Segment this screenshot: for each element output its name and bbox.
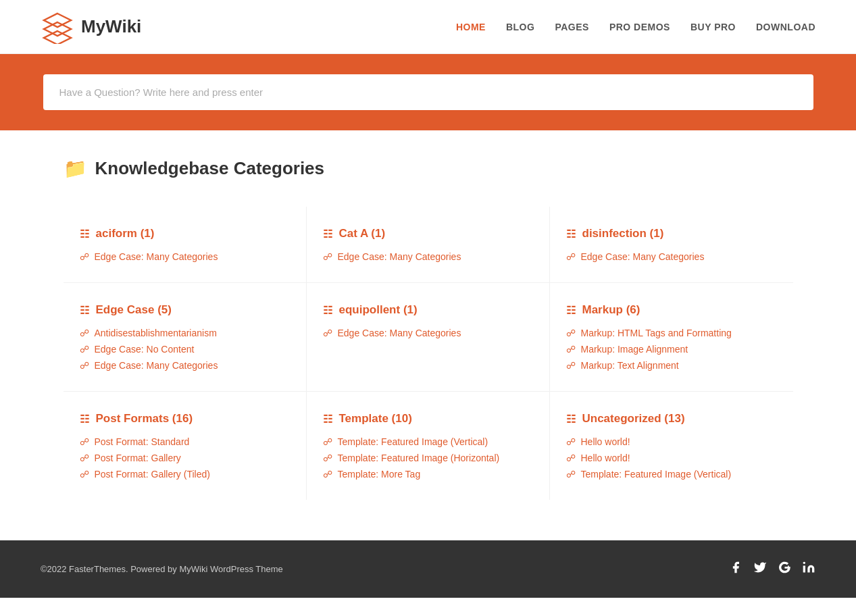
list-item: ☍ Edge Case: Many Categories <box>566 251 777 262</box>
cat-link[interactable]: Edge Case: Many Categories <box>581 251 705 262</box>
nav-buy-pro[interactable]: BUY PRO <box>690 22 736 32</box>
list-icon: ☷ <box>80 304 89 317</box>
list-item: ☍ Template: More Tag <box>323 469 533 480</box>
doc-icon: ☍ <box>80 453 89 463</box>
list-item: ☍ Post Format: Standard <box>80 436 290 447</box>
search-section: Have a Question? Write here and press en… <box>0 54 856 130</box>
cat-links: ☍ Edge Case: Many Categories <box>323 328 533 338</box>
cat-link[interactable]: Template: Featured Image (Vertical) <box>581 469 732 480</box>
nav-pro-demos[interactable]: PRO DEMOS <box>609 22 670 32</box>
cat-link[interactable]: Edge Case: No Content <box>95 344 195 355</box>
cat-link[interactable]: Hello world! <box>581 436 630 447</box>
categories-row-1: ☷ aciform (1) ☍ Edge Case: Many Categori… <box>64 207 793 283</box>
cat-link[interactable]: Markup: Text Alignment <box>581 360 679 371</box>
doc-icon: ☍ <box>80 251 89 262</box>
cat-title: disinfection (1) <box>582 227 664 240</box>
cat-link[interactable]: Edge Case: Many Categories <box>338 328 461 338</box>
twitter-icon[interactable] <box>753 561 767 578</box>
cat-title: Template (10) <box>339 412 412 426</box>
cat-link[interactable]: Edge Case: Many Categories <box>338 251 461 262</box>
doc-icon: ☍ <box>80 328 89 338</box>
cat-link[interactable]: Template: Featured Image (Horizontal) <box>338 453 500 463</box>
footer: ©2022 FasterThemes. Powered by MyWiki Wo… <box>0 540 856 598</box>
list-item: ☍ Edge Case: Many Categories <box>323 251 533 262</box>
main-nav: HOME BLOG PAGES PRO DEMOS BUY PRO DOWNLO… <box>456 22 815 32</box>
list-item: ☍ Post Format: Gallery <box>80 453 290 463</box>
google-plus-icon[interactable] <box>778 561 791 578</box>
cat-links: ☍ Template: Featured Image (Vertical) ☍ … <box>323 436 533 480</box>
logo-link[interactable]: MyWiki <box>41 10 141 44</box>
cat-link[interactable]: Hello world! <box>581 453 630 463</box>
category-aciform: ☷ aciform (1) ☍ Edge Case: Many Categori… <box>64 207 307 282</box>
header: MyWiki HOME BLOG PAGES PRO DEMOS BUY PRO… <box>0 0 856 54</box>
doc-icon: ☍ <box>80 436 89 447</box>
cat-title: aciform (1) <box>96 227 155 240</box>
linkedin-icon[interactable] <box>802 561 815 578</box>
footer-social <box>729 561 815 578</box>
list-item: ☍ Edge Case: Many Categories <box>323 328 533 338</box>
categories-row-2: ☷ Edge Case (5) ☍ Antidisestablishmentar… <box>64 283 793 392</box>
list-item: ☍ Markup: HTML Tags and Formatting <box>566 328 777 338</box>
cat-links: ☍ Edge Case: Many Categories <box>80 251 290 262</box>
category-equipollent: ☷ equipollent (1) ☍ Edge Case: Many Cate… <box>307 283 550 391</box>
section-title: 📁 Knowledgebase Categories <box>64 157 793 180</box>
doc-icon: ☍ <box>566 328 576 338</box>
category-post-formats: ☷ Post Formats (16) ☍ Post Format: Stand… <box>64 392 307 500</box>
list-item: ☍ Antidisestablishmentarianism <box>80 328 290 338</box>
nav-download[interactable]: DOWNLOAD <box>756 22 815 32</box>
list-item: ☍ Edge Case: Many Categories <box>80 360 290 371</box>
category-cat-a: ☷ Cat A (1) ☍ Edge Case: Many Categories <box>307 207 550 282</box>
doc-icon: ☍ <box>323 453 332 463</box>
cat-link[interactable]: Markup: HTML Tags and Formatting <box>581 328 732 338</box>
list-icon: ☷ <box>323 413 332 426</box>
folder-icon: 📁 <box>64 157 87 180</box>
cat-link[interactable]: Template: Featured Image (Vertical) <box>338 436 488 447</box>
list-item: ☍ Template: Featured Image (Vertical) <box>323 436 533 447</box>
list-icon: ☷ <box>80 228 89 240</box>
list-icon: ☷ <box>323 304 332 317</box>
cat-title: Edge Case (5) <box>96 303 172 317</box>
categories-row-3: ☷ Post Formats (16) ☍ Post Format: Stand… <box>64 392 793 500</box>
cat-title: Uncategorized (13) <box>582 412 685 426</box>
cat-link[interactable]: Edge Case: Many Categories <box>95 360 218 371</box>
list-item: ☍ Edge Case: Many Categories <box>80 251 290 262</box>
list-item: ☍ Markup: Image Alignment <box>566 344 777 355</box>
doc-icon: ☍ <box>566 360 576 371</box>
nav-pages[interactable]: PAGES <box>555 22 588 32</box>
list-icon: ☷ <box>323 228 332 240</box>
cat-link[interactable]: Antidisestablishmentarianism <box>95 328 217 338</box>
logo-icon <box>41 10 74 44</box>
doc-icon: ☍ <box>566 344 576 355</box>
doc-icon: ☍ <box>80 360 89 371</box>
footer-text: ©2022 FasterThemes. Powered by MyWiki Wo… <box>41 564 283 574</box>
list-icon: ☷ <box>566 228 576 240</box>
cat-link[interactable]: Post Format: Gallery (Tiled) <box>95 469 210 480</box>
cat-links: ☍ Edge Case: Many Categories <box>566 251 777 262</box>
nav-blog[interactable]: BLOG <box>506 22 534 32</box>
list-icon: ☷ <box>80 413 89 426</box>
doc-icon: ☍ <box>566 469 576 480</box>
cat-title: equipollent (1) <box>339 303 418 317</box>
cat-link[interactable]: Post Format: Gallery <box>95 453 181 463</box>
category-template: ☷ Template (10) ☍ Template: Featured Ima… <box>307 392 550 500</box>
main-content: 📁 Knowledgebase Categories ☷ aciform (1)… <box>23 130 834 540</box>
search-placeholder: Have a Question? Write here and press en… <box>59 86 263 98</box>
doc-icon: ☍ <box>80 469 89 480</box>
cat-link[interactable]: Markup: Image Alignment <box>581 344 688 355</box>
category-markup: ☷ Markup (6) ☍ Markup: HTML Tags and For… <box>550 283 793 391</box>
search-box[interactable]: Have a Question? Write here and press en… <box>43 74 813 110</box>
doc-icon: ☍ <box>566 453 576 463</box>
list-item: ☍ Hello world! <box>566 436 777 447</box>
cat-link[interactable]: Template: More Tag <box>338 469 421 480</box>
cat-link[interactable]: Edge Case: Many Categories <box>95 251 218 262</box>
category-uncategorized: ☷ Uncategorized (13) ☍ Hello world! ☍ He… <box>550 392 793 500</box>
svg-marker-2 <box>44 31 71 44</box>
cat-link[interactable]: Post Format: Standard <box>95 436 190 447</box>
cat-title: Cat A (1) <box>339 227 386 240</box>
cat-links: ☍ Edge Case: Many Categories <box>323 251 533 262</box>
doc-icon: ☍ <box>80 344 89 355</box>
nav-home[interactable]: HOME <box>456 22 486 32</box>
facebook-icon[interactable] <box>729 561 742 578</box>
category-disinfection: ☷ disinfection (1) ☍ Edge Case: Many Cat… <box>550 207 793 282</box>
doc-icon: ☍ <box>323 469 332 480</box>
